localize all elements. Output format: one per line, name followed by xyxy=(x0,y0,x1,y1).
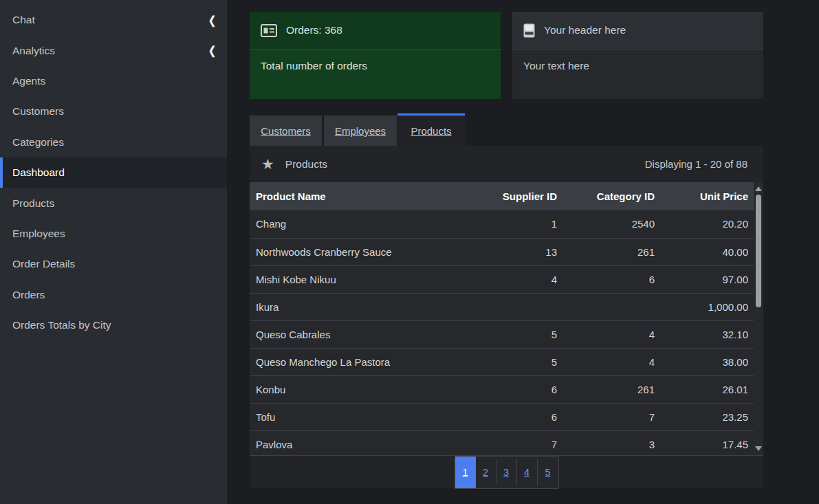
sidebar-item-label: Employees xyxy=(12,228,65,240)
sidebar-item-label: Analytics xyxy=(12,45,55,57)
products-panel: ★ Products Displaying 1 - 20 of 88 Produ… xyxy=(250,146,763,488)
page-button-3[interactable]: 3 xyxy=(496,459,517,485)
cell-supplier-id: 5 xyxy=(470,320,563,348)
cell-category-id: 4 xyxy=(563,320,660,348)
sidebar-item-products[interactable]: Products xyxy=(0,188,227,218)
cell-supplier-id: 6 xyxy=(470,403,563,430)
info-card-header: Your header here xyxy=(512,12,763,50)
sidebar-item-label: Chat xyxy=(12,14,35,26)
cell-unit-price: 20.20 xyxy=(660,210,754,238)
cell-category-id: 261 xyxy=(563,238,660,265)
cell-supplier-id: 1 xyxy=(470,210,563,238)
table-row[interactable]: Ikura1,000.00 xyxy=(250,293,754,320)
sidebar-item-employees[interactable]: Employees xyxy=(0,219,227,249)
info-card-text: Your text here xyxy=(523,60,589,72)
cell-unit-price: 40.00 xyxy=(660,238,754,265)
cell-unit-price: 32.10 xyxy=(660,320,754,348)
sidebar-item-label: Orders xyxy=(12,289,45,301)
book-icon xyxy=(523,23,535,38)
cell-category-id: 3 xyxy=(563,430,660,455)
cell-product-name: Chang xyxy=(250,210,470,238)
sidebar-item-label: Order Details xyxy=(12,258,75,270)
sidebar-item-agents[interactable]: Agents xyxy=(0,66,227,96)
column-header-category-id[interactable]: Category ID xyxy=(563,182,660,210)
cell-supplier-id: 7 xyxy=(470,430,563,455)
table-row[interactable]: Tofu6723.25 xyxy=(250,403,754,430)
cell-supplier-id: 13 xyxy=(470,238,563,265)
cell-category-id: 261 xyxy=(563,375,660,403)
cell-unit-price: 97.00 xyxy=(660,265,754,293)
cell-supplier-id: 5 xyxy=(470,348,563,375)
column-header-product-name[interactable]: Product Name xyxy=(250,182,470,210)
sidebar-item-orders-totals-by-city[interactable]: Orders Totals by City xyxy=(0,310,227,340)
cell-unit-price: 17.45 xyxy=(660,430,754,455)
cell-unit-price: 1,000.00 xyxy=(660,293,754,320)
table-row[interactable]: Mishi Kobe Nikuu4697.00 xyxy=(250,265,754,293)
column-header-supplier-id[interactable]: Supplier ID xyxy=(470,182,563,210)
orders-card-text: Total number of orders xyxy=(261,60,367,72)
info-card-title: Your header here xyxy=(544,24,626,36)
cell-product-name: Northwoods Cranberry Sauce xyxy=(250,238,470,265)
cell-product-name: Konbu xyxy=(250,375,470,403)
tab-products[interactable]: Products xyxy=(397,113,465,146)
column-header-unit-price[interactable]: Unit Price xyxy=(660,182,754,210)
cell-unit-price: 38.00 xyxy=(660,348,754,375)
app-window: Chat❮Analytics❮AgentsCustomersCategories… xyxy=(0,0,819,504)
pagination-bar: 12345 xyxy=(250,455,763,488)
page-button-5[interactable]: 5 xyxy=(538,459,558,485)
sidebar-item-order-details[interactable]: Order Details xyxy=(0,249,227,279)
cell-unit-price: 23.25 xyxy=(660,403,754,430)
sidebar-item-label: Customers xyxy=(12,105,64,118)
sidebar-item-label: Agents xyxy=(12,75,45,87)
info-card: Your header here Your text here xyxy=(512,12,763,100)
table-row[interactable]: Chang1254020.20 xyxy=(250,210,754,238)
sidebar-item-chat[interactable]: Chat❮ xyxy=(0,5,227,35)
page-button-2[interactable]: 2 xyxy=(476,459,496,485)
panel-header: ★ Products Displaying 1 - 20 of 88 xyxy=(250,146,763,182)
table-header-row: Product NameSupplier IDCategory IDUnit P… xyxy=(250,182,754,210)
chevron-left-icon[interactable]: ❮ xyxy=(208,14,216,27)
display-status: Displaying 1 - 20 of 88 xyxy=(645,158,747,170)
chevron-left-icon[interactable]: ❮ xyxy=(208,44,216,57)
cell-supplier-id xyxy=(470,293,563,320)
cell-supplier-id: 4 xyxy=(470,265,563,293)
cell-product-name: Pavlova xyxy=(250,430,470,455)
scroll-down-icon[interactable] xyxy=(755,446,762,451)
panel-title: Products xyxy=(285,158,327,171)
sidebar-item-label: Products xyxy=(12,197,54,210)
sidebar-item-analytics[interactable]: Analytics❮ xyxy=(0,35,227,65)
sidebar-item-label: Dashboard xyxy=(12,166,65,179)
tab-employees[interactable]: Employees xyxy=(324,116,397,146)
table-row[interactable]: Queso Manchego La Pastora5438.00 xyxy=(250,348,754,375)
table-row[interactable]: Queso Cabrales5432.10 xyxy=(250,320,754,348)
id-card-icon xyxy=(261,24,277,37)
cell-unit-price: 26.01 xyxy=(660,375,754,403)
sidebar-item-label: Orders Totals by City xyxy=(12,319,111,331)
scroll-up-icon[interactable] xyxy=(755,186,762,191)
cell-product-name: Ikura xyxy=(250,293,470,320)
orders-card-title: Orders: 368 xyxy=(286,24,342,36)
page-button-4[interactable]: 4 xyxy=(517,459,538,485)
products-table: Product NameSupplier IDCategory IDUnit P… xyxy=(250,182,754,455)
sidebar-item-dashboard[interactable]: Dashboard xyxy=(0,157,227,188)
sidebar-item-categories[interactable]: Categories xyxy=(0,127,227,157)
cell-product-name: Mishi Kobe Nikuu xyxy=(250,265,470,293)
info-card-body: Your text here xyxy=(512,50,763,99)
cell-product-name: Tofu xyxy=(250,403,470,430)
table-row[interactable]: Konbu626126.01 xyxy=(250,375,754,403)
cell-category-id: 2540 xyxy=(563,210,660,238)
page-button-1[interactable]: 1 xyxy=(455,457,476,488)
table-row[interactable]: Pavlova7317.45 xyxy=(250,430,754,455)
tab-customers[interactable]: Customers xyxy=(250,116,322,146)
table-row[interactable]: Northwoods Cranberry Sauce1326140.00 xyxy=(250,238,754,265)
cell-category-id xyxy=(563,293,660,320)
table-scrollbar[interactable] xyxy=(754,182,763,455)
sidebar-item-orders[interactable]: Orders xyxy=(0,280,227,310)
cell-product-name: Queso Manchego La Pastora xyxy=(250,348,470,375)
sidebar: Chat❮Analytics❮AgentsCustomersCategories… xyxy=(0,0,227,504)
sidebar-item-customers[interactable]: Customers xyxy=(0,96,227,127)
orders-card: Orders: 368 Total number of orders xyxy=(250,12,501,100)
orders-card-header: Orders: 368 xyxy=(250,12,501,50)
cell-product-name: Queso Cabrales xyxy=(250,320,470,348)
scrollbar-thumb[interactable] xyxy=(756,195,761,307)
